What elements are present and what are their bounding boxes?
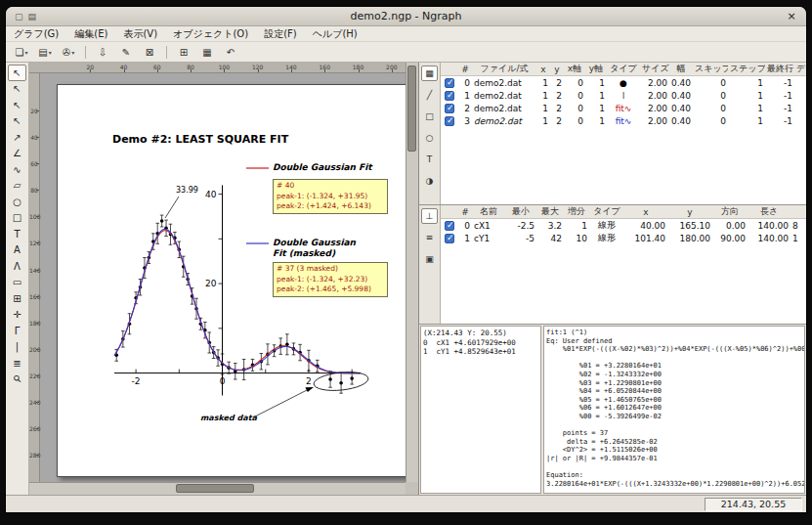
section-graph-tool[interactable]: ⊞ — [8, 290, 26, 307]
table-cell: 2 — [550, 116, 564, 126]
coordinate-console[interactable]: (X:214.43 Y: 20.55)0 cX1 +4.6017929e+001… — [420, 326, 541, 494]
axis-tool[interactable]: | — [8, 339, 26, 356]
gauss-icon: Λ — [14, 261, 21, 272]
axis-list-tab[interactable]: ⊥ — [421, 208, 438, 224]
gauss-tool[interactable]: Λ — [8, 258, 26, 275]
zoom-icon: ⚲ — [11, 372, 23, 385]
arc-list-tab[interactable]: ○ — [421, 130, 438, 146]
single-axis-tool[interactable]: Γ — [8, 323, 26, 339]
table-cell: -1 — [765, 104, 794, 113]
table-cell: 8 — [791, 221, 806, 231]
line-tool[interactable]: ∠ — [8, 146, 26, 162]
canvas-vertical-scrollbar[interactable] — [406, 63, 418, 482]
rectangle-list-tab[interactable]: □ — [421, 109, 438, 124]
table-cell: cX1 — [472, 221, 505, 231]
clear-button[interactable]: ⊠ — [139, 44, 160, 61]
table-cell: 1 — [585, 78, 607, 88]
info-box-line: peak-2: (+1.465, +5.998) — [277, 284, 384, 295]
data-pointer-icon: ↖ — [13, 115, 21, 126]
menu-view[interactable]: 表示(V) — [115, 26, 165, 41]
axis-pointer-tool[interactable]: ↖ — [8, 97, 26, 113]
zoom-tool[interactable]: ⚲ — [8, 372, 26, 388]
axis-table-row[interactable]: 1cY1-54210線形101.40180.0090.00140.001 — [441, 232, 806, 244]
new-graph-button[interactable]: ❏▾ — [11, 44, 32, 61]
table-cell: 0 — [564, 91, 585, 101]
evaluate-icon: ↗ — [13, 132, 21, 143]
row-checkbox[interactable] — [445, 234, 454, 243]
curve-tool[interactable]: ∿ — [8, 161, 26, 178]
pointer-tool[interactable]: ↖ — [8, 65, 26, 81]
mark-tool[interactable]: A — [8, 242, 26, 259]
menu-settings[interactable]: 設定(F) — [256, 26, 305, 41]
row-checkbox[interactable] — [445, 78, 454, 88]
table-cell: 0.00 — [712, 221, 748, 231]
data-list-tab[interactable]: ▦ — [421, 66, 438, 81]
mark-list-tool[interactable]: ≣ — [8, 355, 26, 372]
line-list-tab[interactable]: ╱ — [421, 87, 438, 103]
graph-page[interactable]: -2022040 Demo #2: LEAST SQUARE FIT Doubl… — [57, 84, 408, 477]
canvas-horizontal-scrollbar[interactable] — [29, 482, 406, 495]
axis-table-row[interactable]: 0cX1-2.53.21線形40.00165.100.00140.008 — [441, 219, 806, 232]
menu-help[interactable]: ヘルプ(H) — [305, 26, 365, 41]
data-pointer-tool[interactable]: ↖ — [8, 113, 26, 130]
text-list-tab[interactable]: T — [421, 152, 438, 167]
math-button[interactable]: ▦ — [196, 44, 218, 61]
file-table-row[interactable]: 3demo2.dat1201fit∿2.000.4001-1 — [441, 114, 806, 127]
column-header: サイズ — [640, 63, 669, 75]
row-checkbox[interactable] — [445, 221, 454, 231]
frame-graph-icon: ▭ — [13, 277, 21, 287]
table-cell: 1 — [585, 104, 607, 113]
table-cell: 3 — [458, 116, 472, 126]
rectangle-icon: □ — [13, 212, 21, 223]
row-checkbox[interactable] — [445, 91, 454, 101]
menu-graph[interactable]: グラフ(G) — [6, 26, 66, 41]
open-graph-button[interactable]: ▤▾ — [34, 44, 56, 61]
file-table-row[interactable]: 1demo2.dat1201Ⅰ2.000.4001-1 — [441, 89, 806, 102]
undo-button[interactable]: ↶ — [220, 44, 241, 61]
legend-pointer-tool[interactable]: ↖ — [8, 81, 26, 98]
close-button[interactable]: × — [785, 10, 798, 23]
row-checkbox[interactable] — [445, 116, 454, 126]
row-checkbox[interactable] — [445, 104, 454, 113]
vertical-ruler: 20406080100120140160180200220240260280 — [29, 73, 40, 482]
frame-graph-tool[interactable]: ▭ — [8, 275, 26, 291]
file-table-row[interactable]: 2demo2.dat1201fit∿2.000.4001-1 — [441, 102, 806, 114]
table-cell: 0 — [693, 104, 728, 113]
table-cell: 140.00 — [748, 234, 791, 243]
polygon-tool[interactable]: ▱ — [8, 178, 26, 195]
window-menu-icon[interactable]: ▢ — [15, 12, 23, 22]
data-list-panel: ▦╱□○T◑ #ファイル/式xyx軸y軸タイプサイズ幅スキップステップ最終行デー… — [419, 63, 806, 205]
rectangle-tool[interactable]: □ — [8, 210, 26, 227]
merge-list-tab[interactable]: ◑ — [421, 173, 438, 189]
titlebar[interactable]: ▢ ▤ demo2.ngp - Ngraph × — [6, 7, 806, 26]
legend-list-tab[interactable]: ≡ — [421, 230, 438, 245]
svg-text:-2: -2 — [132, 376, 141, 386]
evaluate-tool[interactable]: ↗ — [8, 129, 26, 146]
axis-scale-clear-button[interactable]: ⇩ — [92, 44, 113, 61]
file-table-row[interactable]: 0demo2.dat1201●2.000.4001-1 — [441, 76, 806, 89]
table-cell: 1 — [458, 91, 472, 101]
export-tab[interactable]: ▣ — [421, 251, 438, 267]
table-cell: 0 — [564, 116, 585, 126]
vertical-scroll-thumb[interactable] — [407, 66, 416, 152]
text-tool[interactable]: T — [8, 226, 26, 242]
fit-result-console[interactable]: fit:1 (^1)Eq: User defined %01*EXP(-(((X… — [543, 326, 805, 494]
main-area: ↖↖↖↖↗∠∿▱○□TAΛ▭⊞✛Γ|≣⚲ 2040608010012014016… — [6, 63, 806, 495]
menu-edit[interactable]: 編集(E) — [66, 26, 115, 41]
column-header: デー — [794, 63, 806, 75]
console-line: %03 = +1.2290801e+00 — [546, 379, 802, 388]
menu-object[interactable]: オブジェクト(O) — [165, 26, 256, 41]
table-cell: -2.5 — [505, 221, 536, 231]
canvas-area[interactable]: 20406080100120140160180200 2040608010012… — [29, 63, 418, 495]
cross-graph-tool[interactable]: ✛ — [8, 307, 26, 324]
table-cell: -1 — [765, 116, 794, 126]
viewer-button[interactable]: ⊞ — [173, 44, 194, 61]
column-header: タイプ — [589, 205, 624, 218]
horizontal-scroll-thumb[interactable] — [176, 484, 254, 493]
table-cell: 2 — [550, 91, 564, 101]
save-graph-button[interactable]: ✇▾ — [58, 44, 79, 61]
dropdown-arrow-icon: ▾ — [24, 49, 27, 56]
svg-text:2: 2 — [306, 376, 312, 386]
draw-button[interactable]: ✎ — [115, 44, 137, 61]
arc-tool[interactable]: ○ — [8, 194, 26, 210]
